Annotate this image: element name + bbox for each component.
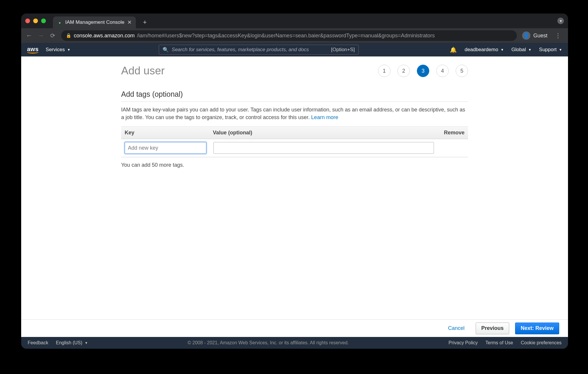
next-button[interactable]: Next: Review	[515, 323, 559, 334]
reload-button[interactable]: ⟳	[49, 32, 56, 39]
chevron-down-icon: ▼	[501, 48, 504, 51]
aws-header: aws Services ▼ 🔍 Search for services, fe…	[21, 43, 568, 56]
cancel-button[interactable]: Cancel	[443, 323, 470, 334]
profile-button[interactable]: 👤 Guest	[522, 31, 547, 40]
profile-label: Guest	[533, 33, 547, 39]
tags-remaining-note: You can add 50 more tags.	[121, 162, 468, 168]
search-icon: 🔍	[163, 47, 169, 53]
tab-overflow-icon[interactable]: ▾	[557, 18, 564, 24]
back-button[interactable]: ←	[26, 32, 32, 39]
support-menu[interactable]: Support ▼	[539, 47, 562, 53]
feedback-link[interactable]: Feedback	[28, 340, 48, 345]
new-tab-button[interactable]: +	[139, 17, 151, 28]
aws-header-right: 🔔 deadbeardemo ▼ Global ▼ Support ▼	[450, 46, 562, 53]
close-tab-icon[interactable]: ✕	[127, 19, 132, 26]
search-shortcut: [Option+S]	[331, 47, 355, 53]
aws-logo[interactable]: aws	[27, 46, 39, 54]
chevron-down-icon: ▼	[559, 48, 562, 51]
region-menu[interactable]: Global ▼	[512, 47, 532, 53]
col-key: Key	[125, 130, 213, 136]
col-value: Value (optional)	[213, 130, 432, 136]
lock-icon: 🔒	[66, 33, 71, 38]
privacy-link[interactable]: Privacy Policy	[448, 340, 478, 345]
address-bar: ← → ⟳ 🔒 console.aws.amazon.com/iam/home#…	[21, 28, 568, 43]
table-row	[121, 139, 468, 157]
tag-value-input[interactable]	[213, 142, 434, 154]
chevron-down-icon: ▼	[85, 341, 88, 345]
aws-footer: Feedback English (US) ▼ © 2008 - 2021, A…	[21, 337, 568, 349]
browser-tab-bar: ⬥ IAM Management Console ✕ + ▾	[21, 14, 568, 28]
table-header: Key Value (optional) Remove	[121, 127, 468, 139]
minimize-window-button[interactable]	[33, 19, 38, 23]
services-menu[interactable]: Services ▼	[46, 47, 70, 53]
window-controls	[25, 19, 46, 23]
wizard-steps: 1 2 3 4 5	[378, 65, 468, 77]
tab-title: IAM Management Console	[65, 19, 124, 25]
terms-link[interactable]: Terms of Use	[485, 340, 513, 345]
copyright: © 2008 - 2021, Amazon Web Services, Inc.…	[96, 340, 441, 345]
wizard-step-1[interactable]: 1	[378, 65, 390, 77]
wizard-action-bar: Cancel Previous Next: Review	[21, 319, 568, 337]
cookies-link[interactable]: Cookie preferences	[521, 340, 562, 345]
notifications-icon[interactable]: 🔔	[450, 46, 457, 53]
learn-more-link[interactable]: Learn more	[311, 114, 338, 120]
forward-button[interactable]: →	[38, 32, 44, 39]
language-menu[interactable]: English (US) ▼	[56, 340, 88, 345]
page-title: Add user	[121, 65, 165, 77]
url-field[interactable]: 🔒 console.aws.amazon.com/iam/home#/users…	[61, 30, 517, 41]
tags-table: Key Value (optional) Remove	[121, 126, 468, 157]
close-window-button[interactable]	[25, 19, 30, 23]
wizard-step-2[interactable]: 2	[397, 65, 410, 77]
browser-menu-icon[interactable]: ⋮	[553, 32, 563, 39]
wizard-step-4[interactable]: 4	[436, 65, 449, 77]
browser-window: ⬥ IAM Management Console ✕ + ▾ ← → ⟳ 🔒 c…	[21, 14, 568, 349]
col-remove: Remove	[432, 130, 465, 136]
url-host: console.aws.amazon.com	[74, 33, 135, 39]
section-description: IAM tags are key-value pairs you can add…	[121, 106, 468, 121]
aws-search-input[interactable]: 🔍 Search for services, features, marketp…	[159, 45, 359, 55]
services-label: Services	[46, 47, 65, 53]
url-path: /iam/home#/users$new?step=tags&accessKey…	[137, 33, 435, 39]
tab-favicon-icon: ⬥	[57, 20, 62, 25]
account-menu[interactable]: deadbeardemo ▼	[465, 47, 504, 53]
section-title: Add tags (optional)	[121, 90, 468, 102]
avatar-icon: 👤	[522, 31, 530, 40]
browser-tab[interactable]: ⬥ IAM Management Console ✕	[53, 16, 136, 28]
wizard-step-5[interactable]: 5	[456, 65, 468, 77]
tag-key-input[interactable]	[125, 142, 206, 154]
wizard-step-3[interactable]: 3	[417, 65, 429, 77]
chevron-down-icon: ▼	[67, 48, 71, 51]
page-body: Add user 1 2 3 4 5 Add tags (optional) I…	[21, 56, 568, 319]
chevron-down-icon: ▼	[528, 48, 532, 51]
previous-button[interactable]: Previous	[476, 323, 509, 334]
maximize-window-button[interactable]	[41, 19, 46, 23]
search-placeholder: Search for services, features, marketpla…	[172, 47, 309, 53]
